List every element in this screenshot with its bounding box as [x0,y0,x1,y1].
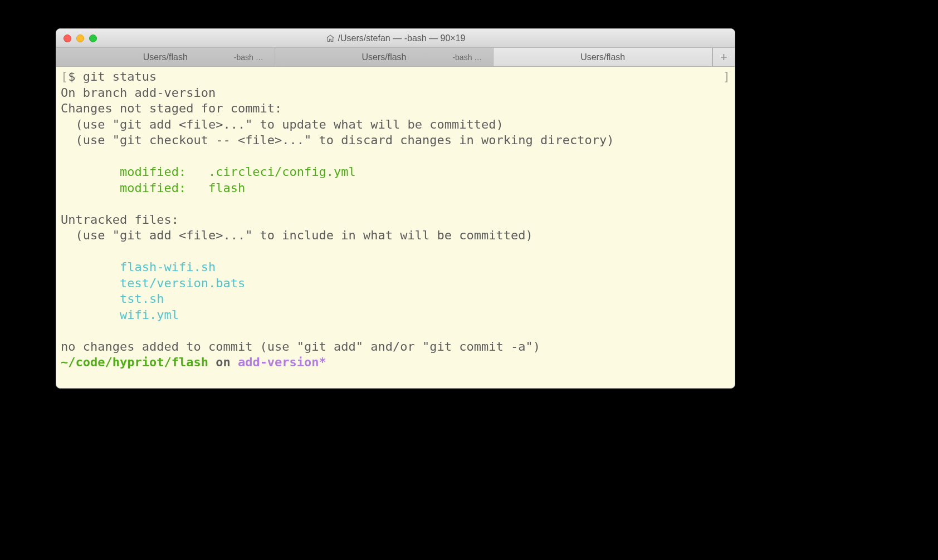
untracked-header: Untracked files: [61,213,179,227]
window-title-text: /Users/stefan — -bash — 90×19 [338,33,466,43]
hint-untracked: (use "git add <file>..." to include in w… [61,228,533,242]
titlebar: /Users/stefan — -bash — 90×19 [56,29,735,48]
tab-label: Users/flash [580,52,625,62]
prompt-symbol: $ [68,70,83,83]
tab-label: Users/flash [143,52,188,62]
hint-checkout: (use "git checkout -- <file>..." to disc… [61,133,614,147]
untracked-file: test/version.bats [61,276,245,290]
home-icon [326,34,335,43]
tab-sub: -bash … [234,53,263,62]
tab-label: Users/flash [361,52,406,62]
bracket-close: ] [723,69,730,85]
modified-file: modified: flash [61,181,245,195]
tab-1[interactable]: Users/flash -bash … [275,48,494,66]
tab-sub: -bash … [452,53,482,62]
terminal-window: /Users/stefan — -bash — 90×19 Users/flas… [56,28,735,389]
traffic-lights [63,35,97,42]
tab-2[interactable]: Users/flash [494,48,712,66]
terminal-content[interactable]: [$ git status] On branch add-version Cha… [56,67,735,373]
branch-line: On branch add-version [61,86,216,100]
prompt-branch: add-version* [238,355,326,369]
hint-add: (use "git add <file>..." to update what … [61,117,504,131]
untracked-file: tst.sh [61,292,164,306]
untracked-file: wifi.yml [61,308,179,322]
untracked-file: flash-wifi.sh [61,260,216,274]
tab-bar: Users/flash -bash … Users/flash -bash … … [56,48,735,67]
changes-header: Changes not staged for commit: [61,101,282,115]
plus-icon: + [720,50,727,65]
tab-0[interactable]: Users/flash -bash … [56,48,275,66]
no-changes-line: no changes added to commit (use "git add… [61,340,540,353]
bracket-open: [ [61,70,68,83]
add-tab-button[interactable]: + [712,48,735,66]
modified-file: modified: .circleci/config.yml [61,165,356,179]
minimize-icon[interactable] [76,35,84,42]
command: git status [83,70,157,83]
close-icon[interactable] [63,35,71,42]
window-title: /Users/stefan — -bash — 90×19 [56,33,735,43]
prompt-on: on [208,355,238,369]
maximize-icon[interactable] [89,35,97,42]
prompt-path: ~/code/hypriot/flash [61,355,208,369]
